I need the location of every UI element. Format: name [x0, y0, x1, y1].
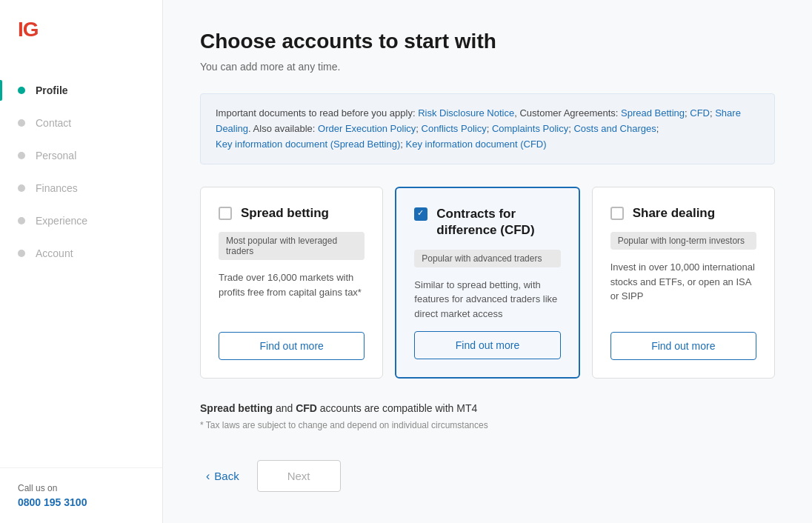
- sidebar-item-contact[interactable]: Contact: [0, 107, 162, 139]
- share-dealing-title: Share dealing: [633, 205, 715, 221]
- sidebar-item-personal[interactable]: Personal: [0, 139, 162, 172]
- nav-dot: [18, 152, 25, 159]
- main-content: Choose accounts to start with You can ad…: [163, 0, 812, 523]
- nav-label-account: Account: [36, 247, 73, 259]
- back-label: Back: [214, 470, 239, 482]
- account-cards: Spread betting Most popular with leverag…: [200, 187, 775, 379]
- next-button[interactable]: Next: [257, 460, 341, 492]
- back-arrow-icon: ‹: [206, 470, 210, 483]
- card-header-spread: Spread betting: [219, 205, 365, 221]
- link-costs-charges[interactable]: Costs and Charges: [573, 123, 656, 134]
- share-dealing-description: Invest in over 10,000 international stoc…: [610, 260, 756, 322]
- link-kid-cfd[interactable]: Key information document (CFD): [406, 139, 547, 150]
- share-dealing-card[interactable]: Share dealing Popular with long-term inv…: [592, 187, 775, 379]
- nav-dot: [18, 119, 25, 127]
- spread-betting-checkbox[interactable]: [219, 207, 232, 220]
- cfd-find-out-more[interactable]: Find out more: [414, 331, 560, 359]
- call-us-label: Call us on: [18, 483, 144, 493]
- nav-dot: [18, 217, 25, 224]
- spread-betting-find-out-more[interactable]: Find out more: [219, 332, 365, 360]
- nav-dot: [18, 87, 25, 94]
- cfd-checkbox[interactable]: [414, 207, 427, 221]
- spread-betting-badge: Most popular with leveraged traders: [219, 232, 365, 260]
- ig-logo: IG: [18, 18, 39, 41]
- mt4-note: Spread betting and CFD accounts are comp…: [200, 402, 775, 414]
- cfd-badge: Popular with advanced traders: [414, 250, 560, 267]
- link-conflicts-policy[interactable]: Conflicts Policy: [422, 123, 487, 134]
- sidebar-item-profile[interactable]: Profile: [0, 74, 162, 107]
- bottom-actions: ‹ Back Next: [200, 460, 775, 492]
- cfd-card[interactable]: Contracts for difference (CFD) Popular w…: [395, 187, 579, 379]
- nav-label-profile: Profile: [36, 84, 68, 96]
- spread-betting-title: Spread betting: [241, 205, 329, 221]
- back-button[interactable]: ‹ Back: [200, 461, 245, 492]
- share-dealing-badge: Popular with long-term investors: [610, 232, 756, 250]
- spread-betting-description: Trade over 16,000 markets with profits f…: [219, 270, 365, 322]
- link-order-execution[interactable]: Order Execution Policy: [318, 123, 416, 134]
- cfd-title: Contracts for difference (CFD): [436, 206, 560, 239]
- share-dealing-checkbox[interactable]: [610, 207, 624, 220]
- info-box: Important documents to read before you a…: [200, 93, 775, 164]
- link-spread-betting-agreement[interactable]: Spread Betting: [621, 107, 685, 119]
- card-header-share: Share dealing: [610, 205, 756, 221]
- sidebar-item-finances[interactable]: Finances: [0, 172, 162, 204]
- sidebar-item-account[interactable]: Account: [0, 237, 162, 270]
- tax-note: * Tax laws are subject to change and dep…: [200, 420, 775, 430]
- link-complaints-policy[interactable]: Complaints Policy: [492, 123, 568, 134]
- page-subtitle: You can add more at any time.: [200, 61, 775, 73]
- page-title: Choose accounts to start with: [200, 30, 775, 53]
- logo-container: IG: [0, 0, 162, 59]
- card-header-cfd: Contracts for difference (CFD): [414, 206, 560, 239]
- link-cfd-agreement[interactable]: CFD: [690, 107, 710, 119]
- nav-label-finances: Finances: [36, 182, 78, 194]
- share-dealing-find-out-more[interactable]: Find out more: [610, 332, 756, 360]
- sidebar-item-experience[interactable]: Experience: [0, 204, 162, 237]
- nav-label-contact: Contact: [36, 117, 71, 129]
- sidebar-nav: Profile Contact Personal Finances Experi…: [0, 59, 162, 467]
- nav-label-experience: Experience: [36, 215, 87, 227]
- link-risk-disclosure[interactable]: Risk Disclosure Notice: [418, 107, 514, 119]
- spread-betting-card[interactable]: Spread betting Most popular with leverag…: [200, 187, 383, 379]
- cfd-description: Similar to spread betting, with features…: [414, 278, 560, 322]
- sidebar-footer: Call us on 0800 195 3100: [0, 467, 162, 523]
- nav-dot: [18, 250, 25, 257]
- info-prefix: Important documents to read before you a…: [216, 107, 418, 119]
- sidebar: IG Profile Contact Personal Finances Exp…: [0, 0, 163, 523]
- link-kid-spread[interactable]: Key information document (Spread Betting…: [216, 139, 400, 150]
- nav-label-personal: Personal: [36, 150, 76, 161]
- nav-dot: [18, 184, 25, 192]
- phone-number[interactable]: 0800 195 3100: [18, 496, 144, 508]
